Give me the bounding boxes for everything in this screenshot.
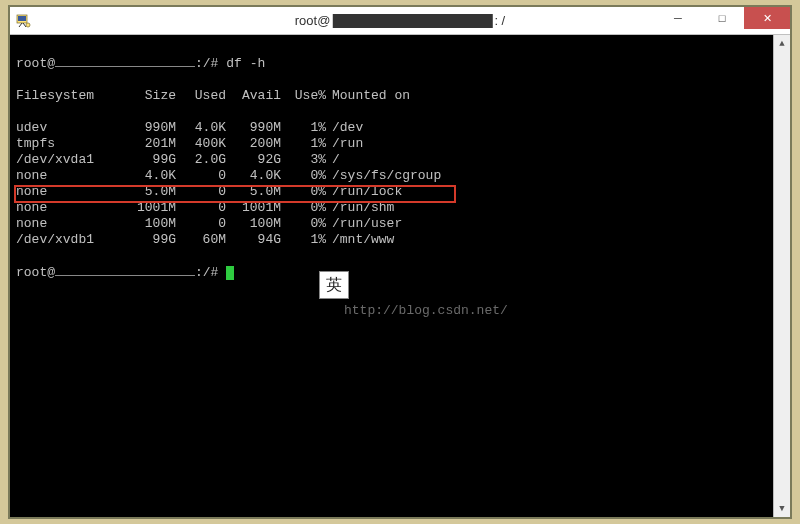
cursor <box>226 266 234 280</box>
title-path: : / <box>494 13 505 28</box>
close-button[interactable]: ✕ <box>744 7 790 29</box>
cell-use: 3% <box>281 152 326 168</box>
hostname-redacted <box>55 55 195 67</box>
cell-fs: none <box>16 200 126 216</box>
cell-mnt: /sys/fs/cgroup <box>326 168 441 184</box>
table-row: none4.0K04.0K0%/sys/fs/cgroup <box>16 168 767 184</box>
cell-size: 5.0M <box>126 184 176 200</box>
terminal-area: root@:/# df -h FilesystemSize Used Avail… <box>10 35 790 517</box>
chevron-up-icon: ▲ <box>779 39 784 49</box>
svg-point-4 <box>26 23 30 27</box>
prompt-user: root@ <box>16 56 55 71</box>
cell-use: 0% <box>281 216 326 232</box>
table-row: /dev/xvdb199G60M94G1%/mnt/www <box>16 232 767 248</box>
cell-size: 99G <box>126 152 176 168</box>
svg-line-3 <box>23 23 26 27</box>
hdr-use: Use% <box>295 88 326 103</box>
maximize-button[interactable]: □ <box>700 7 744 29</box>
cell-mnt: /dev <box>326 120 363 136</box>
cell-used: 0 <box>176 168 226 184</box>
cell-size: 1001M <box>126 200 176 216</box>
hdr-mounted: Mounted on <box>326 88 410 104</box>
cell-avail: 100M <box>226 216 281 232</box>
cell-avail: 4.0K <box>226 168 281 184</box>
minimize-button[interactable]: ─ <box>656 7 700 29</box>
window-controls: ─ □ ✕ <box>656 7 790 29</box>
scroll-down-button[interactable]: ▼ <box>774 500 791 517</box>
cell-avail: 200M <box>226 136 281 152</box>
svg-line-2 <box>19 23 22 27</box>
cell-mnt: / <box>326 152 340 168</box>
hdr-filesystem: Filesystem <box>16 88 126 104</box>
terminal-window: root@ : / ─ □ ✕ root@:/# df -h Filesyste… <box>10 7 790 517</box>
cell-avail: 92G <box>226 152 281 168</box>
cell-fs: /dev/xvdb1 <box>16 232 126 248</box>
terminal[interactable]: root@:/# df -h FilesystemSize Used Avail… <box>10 35 773 517</box>
cell-use: 0% <box>281 168 326 184</box>
prompt-user-2: root@ <box>16 265 55 280</box>
cell-fs: /dev/xvda1 <box>16 152 126 168</box>
cell-use: 0% <box>281 200 326 216</box>
cell-fs: none <box>16 184 126 200</box>
title-user: root@ <box>295 13 331 28</box>
cell-size: 201M <box>126 136 176 152</box>
cell-fs: udev <box>16 120 126 136</box>
maximize-icon: □ <box>719 12 726 24</box>
close-icon: ✕ <box>763 12 772 25</box>
minimize-icon: ─ <box>674 12 682 24</box>
titlebar[interactable]: root@ : / ─ □ ✕ <box>10 7 790 35</box>
hdr-avail: Avail <box>242 88 281 103</box>
hdr-used: Used <box>195 88 226 103</box>
ime-label: 英 <box>326 277 342 293</box>
cell-size: 100M <box>126 216 176 232</box>
table-row: udev990M4.0K990M1%/dev <box>16 120 767 136</box>
title-hostname-redacted <box>332 14 492 28</box>
table-row: /dev/xvda199G2.0G92G3%/ <box>16 152 767 168</box>
watermark-text: http://blog.csdn.net/ <box>344 303 508 319</box>
cell-used: 0 <box>176 216 226 232</box>
cell-use: 1% <box>281 120 326 136</box>
cell-use: 1% <box>281 232 326 248</box>
cell-mnt: /run/user <box>326 216 402 232</box>
table-row: tmpfs201M400K200M1%/run <box>16 136 767 152</box>
cell-use: 0% <box>281 184 326 200</box>
table-row: none5.0M05.0M0%/run/lock <box>16 184 767 200</box>
cell-mnt: /run/shm <box>326 200 394 216</box>
prompt-line-1: root@:/# df -h <box>16 55 767 72</box>
chevron-down-icon: ▼ <box>779 504 784 514</box>
scroll-up-button[interactable]: ▲ <box>774 35 791 52</box>
cell-size: 99G <box>126 232 176 248</box>
cell-used: 4.0K <box>176 120 226 136</box>
ime-indicator[interactable]: 英 <box>319 271 349 299</box>
table-row: none1001M01001M0%/run/shm <box>16 200 767 216</box>
prompt-path-2: :/# <box>195 265 218 280</box>
cell-used: 400K <box>176 136 226 152</box>
cell-mnt: /run/lock <box>326 184 402 200</box>
svg-rect-1 <box>18 16 26 21</box>
cell-avail: 990M <box>226 120 281 136</box>
df-header-row: FilesystemSize Used Avail Use%Mounted on <box>16 88 767 104</box>
cell-used: 0 <box>176 184 226 200</box>
putty-icon <box>16 13 32 29</box>
table-row: none100M0100M0%/run/user <box>16 216 767 232</box>
cell-size: 990M <box>126 120 176 136</box>
hdr-size: Size <box>126 88 176 104</box>
cell-avail: 94G <box>226 232 281 248</box>
prompt-path: :/# <box>195 56 218 71</box>
cell-mnt: /mnt/www <box>326 232 394 248</box>
hostname-redacted-2 <box>55 264 195 276</box>
cell-used: 0 <box>176 200 226 216</box>
cell-used: 60M <box>176 232 226 248</box>
cell-use: 1% <box>281 136 326 152</box>
cell-fs: none <box>16 168 126 184</box>
prompt-line-2: root@:/# <box>16 264 767 281</box>
cell-avail: 1001M <box>226 200 281 216</box>
command-text: df -h <box>226 56 265 71</box>
cell-size: 4.0K <box>126 168 176 184</box>
df-rows: udev990M4.0K990M1%/devtmpfs201M400K200M1… <box>16 120 767 248</box>
scrollbar[interactable]: ▲ ▼ <box>773 35 790 517</box>
cell-avail: 5.0M <box>226 184 281 200</box>
window-title: root@ : / <box>295 13 505 28</box>
cell-fs: tmpfs <box>16 136 126 152</box>
window-frame: root@ : / ─ □ ✕ root@:/# df -h Filesyste… <box>8 5 792 519</box>
